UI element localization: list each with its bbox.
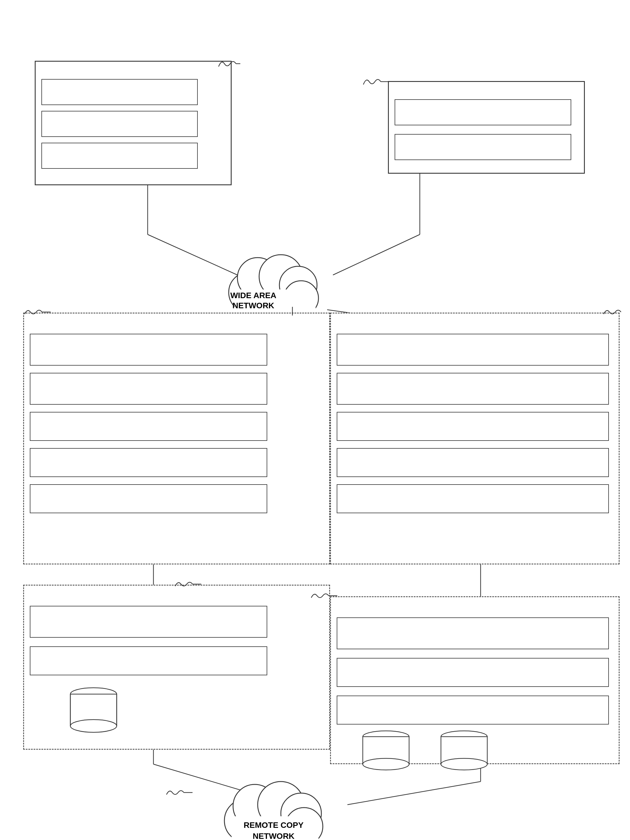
svg-text:WIDE AREA: WIDE AREA xyxy=(230,291,276,300)
dns-host-box xyxy=(388,81,585,174)
client-program-box xyxy=(41,79,198,105)
squiggle-400 xyxy=(362,76,391,87)
wan-cloud: WIDE AREA NETWORK xyxy=(212,237,362,318)
squiggle-150 xyxy=(174,579,203,589)
prim-remote-copy-box xyxy=(30,646,267,675)
prim-db-box xyxy=(30,448,267,477)
client-host-box xyxy=(35,61,232,185)
sec-cluster-box xyxy=(337,373,609,405)
prim-pair-status-box xyxy=(30,606,267,638)
svg-text:NETWORK: NETWORK xyxy=(253,832,295,840)
primary-server-box xyxy=(23,313,330,564)
svg-text:NETWORK: NETWORK xyxy=(232,301,275,310)
squiggle-100 xyxy=(23,307,52,317)
sec-app-box xyxy=(337,412,609,441)
dns-server-box xyxy=(395,99,571,125)
dns-info-box xyxy=(395,134,571,160)
squiggle-300 xyxy=(217,58,240,69)
svg-text:REMOTE COPY: REMOTE COPY xyxy=(244,821,304,830)
secondary-db-cylinder-1 xyxy=(360,730,412,771)
secondary-storage-box xyxy=(330,596,620,764)
sec-req-log-box xyxy=(337,334,609,366)
svg-point-38 xyxy=(441,758,487,770)
sec-remote-copy-box xyxy=(337,696,609,725)
prim-app-box xyxy=(30,412,267,441)
svg-point-29 xyxy=(70,720,117,732)
squiggle-250 xyxy=(310,591,339,601)
sec-pair-status-box xyxy=(337,617,609,649)
rcn-cloud: REMOTE COPY NETWORK xyxy=(188,767,391,840)
sec-snapshot-box xyxy=(337,658,609,687)
primary-storage-box xyxy=(23,585,330,750)
sec-db-box xyxy=(337,448,609,477)
dns-cache-box xyxy=(41,143,198,169)
squiggle-200 xyxy=(602,307,630,317)
squiggle-510 xyxy=(165,787,194,797)
secondary-server-box xyxy=(330,313,620,564)
request-log-box xyxy=(41,111,198,137)
prim-fs-box xyxy=(30,484,267,513)
secondary-db-cylinder-2 xyxy=(438,730,490,771)
primary-db-cylinder xyxy=(68,687,120,733)
prim-cluster-box xyxy=(30,373,267,405)
sec-fs-box xyxy=(337,484,609,513)
prim-req-log-box xyxy=(30,334,267,366)
